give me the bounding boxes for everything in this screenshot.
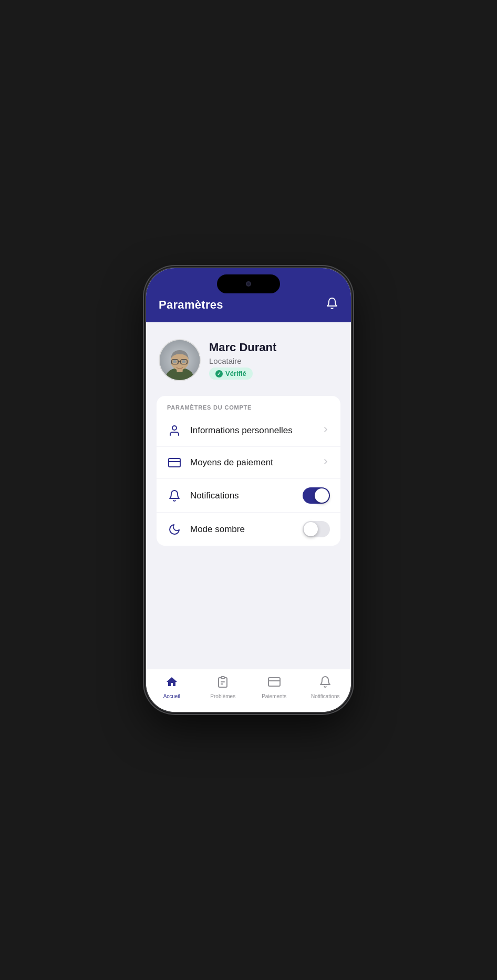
avatar-image [160, 340, 200, 380]
bottom-nav: Accueil Problèmes [146, 669, 351, 712]
moon-icon [167, 522, 182, 537]
settings-item-dark-mode: Mode sombre [157, 513, 340, 546]
verified-check-icon: ✓ [215, 370, 223, 377]
profile-info: Marc Durant Locataire ✓ Vérifié [209, 341, 276, 380]
svg-rect-15 [268, 678, 280, 686]
profile-section: Marc Durant Locataire ✓ Vérifié [157, 335, 340, 385]
chevron-right-icon-payment [322, 457, 330, 468]
profile-name: Marc Durant [209, 341, 276, 354]
dark-mode-toggle[interactable] [303, 521, 330, 537]
clipboard-icon [216, 676, 229, 691]
avatar-svg [160, 340, 200, 380]
avatar [159, 339, 201, 381]
verified-badge: ✓ Vérifié [209, 368, 253, 380]
nav-label-payments: Paiements [262, 693, 286, 699]
bell-nav-icon [319, 676, 332, 691]
camera-dot [246, 281, 251, 287]
bell-icon-settings [167, 488, 182, 503]
toggle-thumb-dark-mode [304, 522, 318, 536]
nav-item-problems[interactable]: Problèmes [198, 673, 249, 701]
nav-label-problems: Problèmes [210, 693, 235, 699]
dark-mode-label: Mode sombre [190, 524, 294, 535]
settings-section-title: PARAMÈTRES DU COMPTE [157, 396, 340, 415]
content-area: Marc Durant Locataire ✓ Vérifié PARAMÈTR… [146, 322, 351, 669]
chevron-right-icon-personal [322, 425, 330, 436]
svg-rect-10 [169, 458, 180, 467]
nav-label-home: Accueil [163, 693, 180, 699]
payment-label: Moyens de paiement [190, 457, 313, 468]
personal-info-label: Informations personnelles [190, 425, 313, 436]
nav-item-payments[interactable]: Paiements [248, 673, 300, 701]
svg-rect-12 [221, 677, 224, 679]
person-icon [167, 423, 182, 438]
settings-item-personal-info[interactable]: Informations personnelles [157, 415, 340, 447]
header-bell-icon[interactable] [326, 297, 338, 313]
notifications-label: Notifications [190, 491, 294, 501]
verified-label: Vérifié [225, 370, 246, 377]
svg-point-9 [172, 426, 177, 430]
svg-point-8 [182, 360, 186, 363]
page-title: Paramètres [159, 298, 223, 312]
screen: Paramètres [146, 268, 351, 712]
svg-point-7 [173, 360, 177, 363]
home-icon [165, 676, 178, 691]
phone-shell: Paramètres [146, 268, 351, 712]
settings-card: PARAMÈTRES DU COMPTE Informations person… [157, 396, 340, 546]
toggle-thumb-notifications [315, 488, 329, 503]
credit-card-icon [167, 455, 182, 470]
nav-label-notifications: Notifications [311, 693, 339, 699]
notifications-toggle[interactable] [303, 487, 330, 504]
settings-item-notifications: Notifications [157, 479, 340, 513]
settings-item-payment[interactable]: Moyens de paiement [157, 447, 340, 479]
nav-item-home[interactable]: Accueil [146, 673, 198, 701]
nav-item-notifications[interactable]: Notifications [300, 673, 351, 701]
profile-role: Locataire [209, 356, 276, 365]
dynamic-island [217, 274, 280, 293]
card-icon [268, 676, 281, 691]
